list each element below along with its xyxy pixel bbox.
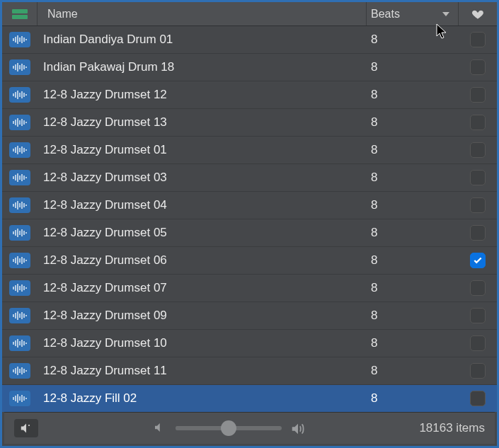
table-header: Name Beats (2, 2, 497, 26)
column-header-favorite[interactable] (459, 2, 497, 25)
row-favorite-cell (459, 87, 497, 103)
favorite-checkbox[interactable] (470, 280, 486, 296)
row-name: 12-8 Jazzy Drumset 01 (43, 143, 367, 157)
favorite-checkbox[interactable] (470, 363, 486, 379)
row-favorite-cell (459, 280, 497, 296)
speaker-icon (19, 423, 33, 434)
waveform-icon (9, 197, 30, 213)
volume-high-icon (290, 421, 304, 435)
row-favorite-cell (459, 115, 497, 130)
favorite-checkbox[interactable] (470, 253, 486, 268)
row-favorite-cell (459, 170, 497, 185)
volume-slider[interactable] (176, 426, 282, 430)
svg-point-98 (28, 425, 30, 426)
row-name: 12-8 Jazzy Drumset 11 (43, 364, 367, 378)
row-beats: 8 (367, 253, 459, 268)
table-row[interactable]: 12-8 Jazzy Drumset 118 (2, 357, 497, 385)
row-name: 12-8 Jazzy Drumset 12 (43, 88, 367, 102)
volume-low-icon (153, 421, 167, 435)
row-favorite-cell (459, 197, 497, 213)
favorite-checkbox[interactable] (470, 225, 486, 241)
column-header-beats[interactable]: Beats (367, 2, 459, 25)
table-row[interactable]: 12-8 Jazzy Drumset 068 (2, 247, 497, 275)
column-header-name[interactable]: Name (38, 2, 367, 25)
chevron-down-icon (442, 12, 449, 16)
row-beats: 8 (367, 88, 459, 102)
row-name: Indian Dandiya Drum 01 (43, 33, 367, 47)
footer-bar: 18163 items (4, 412, 495, 444)
table-row[interactable]: 12-8 Jazzy Drumset 108 (2, 330, 497, 357)
waveform-icon (9, 87, 30, 103)
row-beats: 8 (367, 364, 459, 378)
preview-button[interactable] (14, 419, 38, 437)
waveform-icon (9, 142, 30, 158)
table-row[interactable]: 12-8 Jazzy Drumset 078 (2, 275, 497, 302)
items-count: 18163 items (419, 421, 485, 435)
table-row[interactable]: 12-8 Jazzy Fill 028 (2, 385, 497, 412)
volume-control (38, 421, 419, 435)
row-beats: 8 (367, 336, 459, 350)
row-beats: 8 (367, 226, 459, 240)
row-beats: 8 (367, 33, 459, 47)
waveform-icon (9, 115, 30, 130)
waveform-icon (9, 170, 30, 185)
waveform-icon (9, 32, 30, 47)
row-favorite-cell (459, 308, 497, 323)
favorite-checkbox[interactable] (470, 391, 486, 406)
favorite-checkbox[interactable] (470, 142, 486, 158)
favorite-checkbox[interactable] (470, 59, 486, 75)
waveform-icon (9, 391, 30, 406)
table-row[interactable]: 12-8 Jazzy Drumset 128 (2, 81, 497, 109)
favorite-checkbox[interactable] (470, 308, 486, 323)
favorite-checkbox[interactable] (470, 32, 486, 47)
row-beats: 8 (367, 391, 459, 406)
row-favorite-cell (459, 142, 497, 158)
volume-slider-knob[interactable] (221, 420, 236, 436)
row-beats: 8 (367, 281, 459, 295)
list-view-icon (12, 9, 28, 19)
favorite-checkbox[interactable] (470, 197, 486, 213)
table-row[interactable]: 12-8 Jazzy Drumset 138 (2, 109, 497, 137)
table-row[interactable]: Indian Pakawaj Drum 188 (2, 54, 497, 81)
view-mode-button[interactable] (2, 2, 38, 25)
row-beats: 8 (367, 309, 459, 323)
table-row[interactable]: 12-8 Jazzy Drumset 048 (2, 192, 497, 219)
table-row[interactable]: Indian Dandiya Drum 018 (2, 26, 497, 54)
column-header-beats-label: Beats (371, 8, 400, 21)
row-name: 12-8 Jazzy Drumset 05 (43, 226, 367, 240)
waveform-icon (9, 280, 30, 296)
favorite-checkbox[interactable] (470, 170, 486, 185)
row-beats: 8 (367, 60, 459, 74)
table-row[interactable]: 12-8 Jazzy Drumset 038 (2, 164, 497, 192)
waveform-icon (9, 363, 30, 379)
table-row[interactable]: 12-8 Jazzy Drumset 098 (2, 302, 497, 330)
favorite-checkbox[interactable] (470, 335, 486, 351)
row-favorite-cell (459, 32, 497, 47)
row-name: 12-8 Jazzy Drumset 10 (43, 336, 367, 350)
row-beats: 8 (367, 171, 459, 185)
row-name: 12-8 Jazzy Drumset 06 (43, 253, 367, 268)
heart-icon (471, 8, 484, 21)
row-name: 12-8 Jazzy Fill 02 (43, 391, 367, 406)
waveform-icon (9, 225, 30, 241)
row-beats: 8 (367, 143, 459, 157)
row-favorite-cell (459, 335, 497, 351)
favorite-checkbox[interactable] (470, 115, 486, 130)
row-favorite-cell (459, 253, 497, 268)
favorite-checkbox[interactable] (470, 87, 486, 103)
table-row[interactable]: 12-8 Jazzy Drumset 058 (2, 219, 497, 247)
row-favorite-cell (459, 363, 497, 379)
row-name: 12-8 Jazzy Drumset 04 (43, 198, 367, 212)
row-favorite-cell (459, 59, 497, 75)
row-favorite-cell (459, 225, 497, 241)
row-name: Indian Pakawaj Drum 18 (43, 60, 367, 74)
row-name: 12-8 Jazzy Drumset 09 (43, 309, 367, 323)
waveform-icon (9, 308, 30, 323)
waveform-icon (9, 59, 30, 75)
row-name: 12-8 Jazzy Drumset 07 (43, 281, 367, 295)
row-name: 12-8 Jazzy Drumset 13 (43, 115, 367, 130)
waveform-icon (9, 335, 30, 351)
table-row[interactable]: 12-8 Jazzy Drumset 018 (2, 137, 497, 164)
row-beats: 8 (367, 115, 459, 130)
waveform-icon (9, 253, 30, 268)
